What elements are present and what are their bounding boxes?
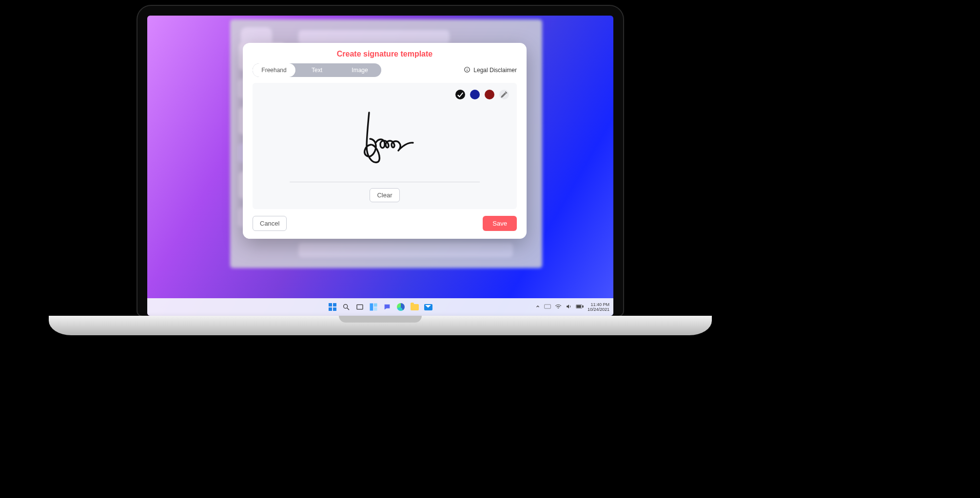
- svg-rect-11: [582, 306, 583, 307]
- edge-icon[interactable]: [396, 303, 405, 311]
- color-picker-icon[interactable]: [499, 90, 509, 99]
- widgets-icon[interactable]: [369, 303, 378, 311]
- svg-rect-5: [357, 305, 363, 309]
- svg-rect-7: [374, 304, 377, 307]
- color-red[interactable]: [485, 90, 494, 99]
- svg-rect-6: [370, 304, 373, 311]
- signature-modal: Create signature template Freehand Text …: [243, 43, 527, 239]
- laptop-base: [49, 316, 712, 335]
- clear-button[interactable]: Clear: [370, 188, 399, 202]
- color-black[interactable]: [455, 90, 465, 99]
- taskbar-clock[interactable]: 11:40 PM 10/24/2021: [588, 302, 609, 312]
- desktop-screen: Create signature template Freehand Text …: [147, 16, 613, 316]
- legal-disclaimer-label: Legal Disclaimer: [473, 67, 517, 74]
- task-view-icon[interactable]: [355, 303, 364, 311]
- volume-icon[interactable]: [566, 304, 572, 310]
- windows-taskbar: 11:40 PM 10/24/2021: [147, 298, 613, 316]
- info-icon: [464, 66, 470, 75]
- chat-icon[interactable]: [383, 303, 392, 311]
- tab-text[interactable]: Text: [295, 63, 338, 77]
- start-button[interactable]: [328, 303, 337, 311]
- svg-rect-12: [577, 306, 581, 308]
- modal-title: Create signature template: [243, 43, 527, 63]
- legal-disclaimer-link[interactable]: Legal Disclaimer: [464, 66, 517, 75]
- signature-baseline: [290, 182, 480, 182]
- signature-mode-tabs: Freehand Text Image: [253, 63, 381, 77]
- tab-freehand[interactable]: Freehand: [253, 63, 295, 77]
- drawn-signature: [260, 99, 509, 181]
- file-explorer-icon[interactable]: [410, 303, 419, 311]
- battery-icon[interactable]: [576, 304, 584, 310]
- wifi-icon[interactable]: [555, 304, 562, 310]
- search-icon[interactable]: [342, 303, 351, 311]
- cancel-button[interactable]: Cancel: [253, 216, 287, 231]
- tray-chevron-icon[interactable]: [535, 304, 540, 310]
- keyboard-icon[interactable]: [544, 304, 551, 310]
- taskbar-date: 10/24/2021: [588, 307, 609, 312]
- svg-rect-9: [545, 305, 551, 308]
- svg-line-4: [347, 308, 349, 310]
- mail-icon[interactable]: [424, 303, 432, 311]
- tab-image[interactable]: Image: [338, 63, 381, 77]
- svg-point-3: [344, 305, 348, 308]
- taskbar-time: 11:40 PM: [588, 302, 609, 307]
- svg-rect-8: [374, 307, 377, 311]
- laptop-notch: [339, 316, 422, 323]
- signature-canvas-area[interactable]: Clear: [253, 83, 517, 209]
- svg-point-2: [467, 68, 468, 68]
- laptop-frame: Create signature template Freehand Text …: [137, 5, 624, 317]
- save-button[interactable]: Save: [483, 216, 517, 231]
- color-blue[interactable]: [470, 90, 480, 99]
